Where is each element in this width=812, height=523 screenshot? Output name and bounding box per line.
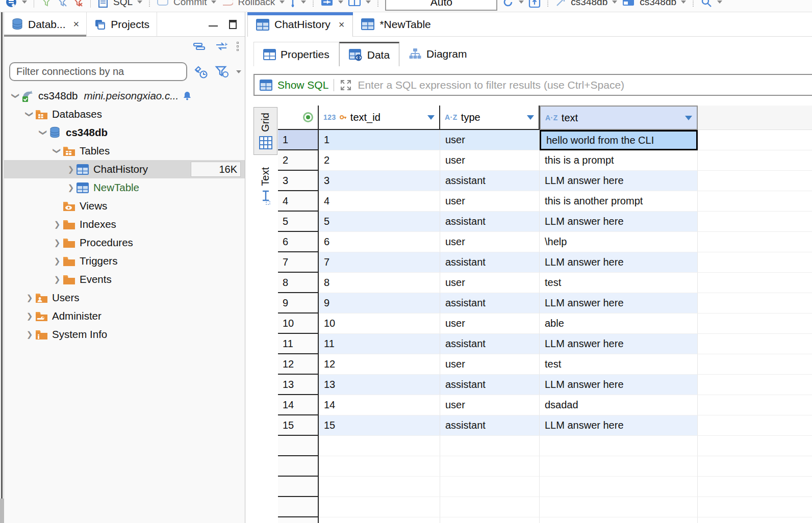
chevron-expanded-icon[interactable] bbox=[25, 109, 34, 120]
row-number[interactable]: 2 bbox=[278, 150, 319, 171]
text-view-tab[interactable]: Text bbox=[253, 162, 277, 211]
chevron-collapsed-icon[interactable] bbox=[65, 183, 77, 192]
grid-corner-cell[interactable] bbox=[278, 106, 319, 130]
cell-text-id[interactable]: 7 bbox=[319, 252, 440, 273]
column-dropdown-icon[interactable] bbox=[427, 115, 435, 120]
cell-type[interactable]: user bbox=[440, 191, 540, 212]
sql-button[interactable]: SQL bbox=[113, 0, 133, 8]
transaction-log-icon[interactable] bbox=[289, 0, 296, 8]
subtab-properties[interactable]: Properties bbox=[253, 42, 339, 66]
rollback-button[interactable]: Rollback bbox=[238, 0, 275, 8]
row-number[interactable] bbox=[278, 517, 319, 523]
cell-text-id[interactable]: 8 bbox=[319, 273, 440, 293]
cell-text-id[interactable]: 5 bbox=[319, 212, 440, 232]
search-icon[interactable] bbox=[700, 0, 713, 8]
subtab-data[interactable]: Data bbox=[339, 42, 399, 66]
refresh-icon[interactable] bbox=[502, 0, 514, 8]
cell-text[interactable]: test bbox=[540, 354, 698, 375]
cell-text[interactable]: able bbox=[540, 313, 698, 334]
table-row[interactable]: 9 9 assistant LLM answer here bbox=[278, 293, 812, 313]
schema-selector[interactable]: cs348db bbox=[640, 0, 676, 8]
expand-filter-icon[interactable] bbox=[339, 79, 352, 92]
empty-row[interactable] bbox=[278, 497, 812, 517]
row-number[interactable] bbox=[278, 477, 319, 497]
column-header-text-id[interactable]: 123 text_id bbox=[319, 106, 440, 130]
table-row[interactable]: 13 13 assistant LLM answer here bbox=[278, 375, 812, 395]
cell-text[interactable]: LLM answer here bbox=[540, 375, 698, 395]
cell-text[interactable]: LLM answer here bbox=[540, 252, 698, 273]
table-row[interactable]: 6 6 user \help bbox=[278, 232, 812, 252]
cell-type[interactable]: user bbox=[440, 313, 540, 334]
column-dropdown-icon[interactable] bbox=[527, 115, 534, 120]
chevron-down-icon[interactable] bbox=[301, 1, 306, 4]
layout-icon[interactable] bbox=[348, 0, 361, 8]
chevron-down-icon[interactable] bbox=[211, 1, 216, 4]
chevron-collapsed-icon[interactable] bbox=[52, 220, 63, 229]
rail-bottom-handle[interactable] bbox=[0, 499, 4, 523]
row-number[interactable]: 7 bbox=[278, 252, 319, 273]
cell-text-id[interactable]: 13 bbox=[319, 375, 440, 395]
empty-cell[interactable] bbox=[440, 436, 540, 456]
cell-type[interactable]: user bbox=[440, 273, 540, 293]
chevron-down-icon[interactable] bbox=[280, 1, 285, 4]
cell-type[interactable]: assistant bbox=[440, 375, 540, 395]
tab-chathistory[interactable]: ChatHistory × bbox=[247, 12, 353, 37]
chevron-down-icon[interactable] bbox=[612, 1, 617, 4]
active-connection-icon[interactable] bbox=[555, 0, 566, 8]
tree-item-newtable[interactable]: NewTable bbox=[4, 178, 245, 197]
empty-cell[interactable] bbox=[540, 497, 698, 517]
tree-item-users[interactable]: Users bbox=[4, 289, 245, 307]
row-number[interactable]: 3 bbox=[278, 171, 319, 191]
cell-type[interactable]: assistant bbox=[440, 293, 540, 313]
chevron-expanded-icon[interactable] bbox=[39, 127, 48, 138]
tree-item-databases[interactable]: Databases bbox=[4, 105, 245, 123]
subtab-diagram[interactable]: Diagram bbox=[399, 42, 476, 66]
column-header-type[interactable]: A·Z type bbox=[440, 106, 540, 130]
connect-plug-icon[interactable] bbox=[193, 65, 209, 79]
chevron-collapsed-icon[interactable] bbox=[24, 311, 35, 321]
tree-item-tables[interactable]: Tables bbox=[4, 142, 245, 160]
empty-cell[interactable] bbox=[540, 517, 698, 523]
view-menu-icon[interactable] bbox=[237, 42, 239, 51]
cell-text-selected[interactable]: hello world from the CLI bbox=[540, 130, 698, 150]
tree-item-indexes[interactable]: Indexes bbox=[4, 215, 245, 233]
tree-item-administer[interactable]: Administer bbox=[4, 307, 245, 325]
table-row[interactable]: 15 15 assistant LLM answer here bbox=[278, 415, 812, 436]
cell-text[interactable]: LLM answer here bbox=[540, 334, 698, 354]
row-number[interactable]: 11 bbox=[278, 334, 319, 354]
row-number[interactable]: 1 bbox=[278, 130, 319, 150]
row-number[interactable]: 9 bbox=[278, 293, 319, 313]
cell-text[interactable]: LLM answer here bbox=[540, 415, 698, 436]
row-number[interactable]: 5 bbox=[278, 212, 319, 232]
empty-cell[interactable] bbox=[319, 477, 440, 497]
tree-item-triggers[interactable]: Triggers bbox=[4, 252, 245, 270]
active-schema-icon[interactable] bbox=[622, 0, 635, 8]
tree-item-chathistory[interactable]: ChatHistory 16K bbox=[4, 160, 245, 178]
tree-item-views[interactable]: Views bbox=[4, 197, 245, 215]
cell-text[interactable]: test bbox=[540, 273, 698, 293]
empty-cell[interactable] bbox=[540, 456, 698, 477]
collapse-all-icon[interactable] bbox=[193, 42, 206, 51]
chevron-collapsed-icon[interactable] bbox=[24, 330, 35, 339]
chevron-down-icon[interactable] bbox=[338, 1, 343, 4]
row-number[interactable]: 14 bbox=[278, 395, 319, 415]
row-number[interactable] bbox=[278, 436, 319, 456]
chevron-collapsed-icon[interactable] bbox=[24, 293, 35, 302]
cell-text-id[interactable]: 4 bbox=[319, 191, 440, 212]
chevron-down-icon[interactable] bbox=[717, 1, 722, 4]
tab-database-navigator[interactable]: Datab... × bbox=[4, 12, 87, 36]
cell-text-id[interactable]: 15 bbox=[319, 415, 440, 436]
row-number[interactable] bbox=[278, 456, 319, 477]
sql-filter-input[interactable] bbox=[358, 79, 807, 91]
cell-text-id[interactable]: 11 bbox=[319, 334, 440, 354]
table-row[interactable]: 2 2 user this is a prompt bbox=[278, 150, 812, 171]
filter-red-icon[interactable] bbox=[72, 0, 84, 8]
column-header-text[interactable]: A·Z text bbox=[540, 106, 698, 130]
row-number[interactable]: 13 bbox=[278, 375, 319, 395]
filter-funnel-icon[interactable] bbox=[215, 65, 230, 79]
cell-type[interactable]: user bbox=[440, 395, 540, 415]
row-number[interactable] bbox=[278, 497, 319, 517]
row-number[interactable]: 10 bbox=[278, 313, 319, 334]
cell-text[interactable]: LLM answer here bbox=[540, 171, 698, 191]
cell-text-id[interactable]: 12 bbox=[319, 354, 440, 375]
